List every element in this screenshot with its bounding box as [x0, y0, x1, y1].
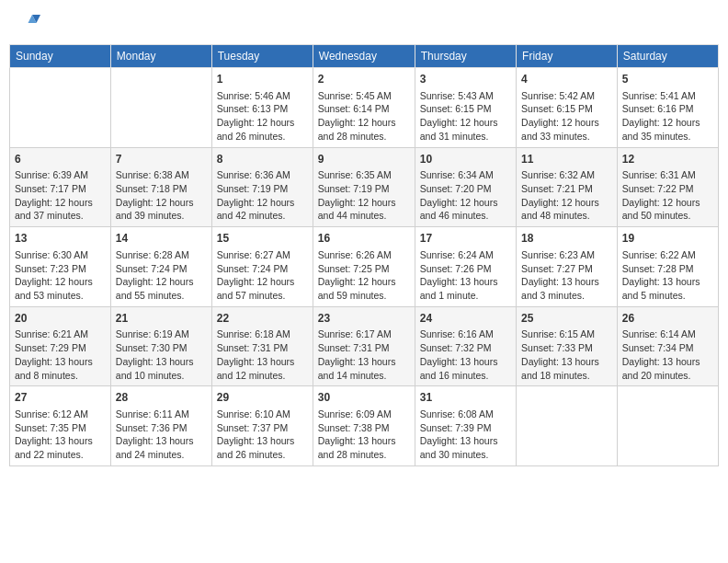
day-number: 28: [116, 390, 207, 406]
week-row-3: 13Sunrise: 6:30 AM Sunset: 7:23 PM Dayli…: [10, 227, 719, 307]
calendar-cell: 10Sunrise: 6:34 AM Sunset: 7:20 PM Dayli…: [415, 147, 516, 227]
calendar-cell: 3Sunrise: 5:43 AM Sunset: 6:15 PM Daylig…: [415, 68, 516, 148]
calendar-cell: 17Sunrise: 6:24 AM Sunset: 7:26 PM Dayli…: [415, 227, 516, 307]
header: [9, 9, 719, 37]
calendar-cell: 14Sunrise: 6:28 AM Sunset: 7:24 PM Dayli…: [110, 227, 211, 307]
calendar-cell: 8Sunrise: 6:36 AM Sunset: 7:19 PM Daylig…: [211, 147, 313, 227]
day-info: Sunrise: 6:21 AM Sunset: 7:29 PM Dayligh…: [15, 327, 106, 382]
calendar-cell: 16Sunrise: 6:26 AM Sunset: 7:25 PM Dayli…: [313, 227, 415, 307]
day-number: 24: [420, 311, 511, 327]
calendar-header-row: SundayMondayTuesdayWednesdayThursdayFrid…: [10, 45, 719, 68]
calendar-cell: 31Sunrise: 6:08 AM Sunset: 7:39 PM Dayli…: [415, 386, 516, 466]
calendar-cell: [517, 386, 618, 466]
day-number: 22: [217, 311, 308, 327]
week-row-1: 1Sunrise: 5:46 AM Sunset: 6:13 PM Daylig…: [10, 68, 719, 148]
calendar-cell: 1Sunrise: 5:46 AM Sunset: 6:13 PM Daylig…: [211, 68, 313, 148]
calendar-cell: [10, 68, 111, 148]
day-info: Sunrise: 6:23 AM Sunset: 7:27 PM Dayligh…: [521, 248, 612, 303]
calendar-cell: 2Sunrise: 5:45 AM Sunset: 6:14 PM Daylig…: [313, 68, 415, 148]
day-number: 8: [217, 152, 308, 167]
day-info: Sunrise: 6:09 AM Sunset: 7:38 PM Dayligh…: [318, 408, 410, 462]
day-info: Sunrise: 6:16 AM Sunset: 7:32 PM Dayligh…: [420, 327, 511, 382]
day-number: 16: [318, 231, 410, 247]
day-info: Sunrise: 6:24 AM Sunset: 7:26 PM Dayligh…: [420, 248, 511, 303]
day-number: 31: [420, 390, 511, 406]
calendar-cell: 11Sunrise: 6:32 AM Sunset: 7:21 PM Dayli…: [517, 147, 618, 227]
day-number: 19: [622, 231, 713, 247]
calendar-cell: 7Sunrise: 6:38 AM Sunset: 7:18 PM Daylig…: [110, 147, 211, 227]
calendar-cell: 30Sunrise: 6:09 AM Sunset: 7:38 PM Dayli…: [313, 386, 415, 466]
calendar-cell: 22Sunrise: 6:18 AM Sunset: 7:31 PM Dayli…: [211, 306, 313, 386]
calendar-cell: 27Sunrise: 6:12 AM Sunset: 7:35 PM Dayli…: [10, 386, 111, 466]
day-info: Sunrise: 5:45 AM Sunset: 6:14 PM Dayligh…: [318, 89, 410, 144]
calendar-cell: 28Sunrise: 6:11 AM Sunset: 7:36 PM Dayli…: [110, 386, 211, 466]
calendar-cell: 13Sunrise: 6:30 AM Sunset: 7:23 PM Dayli…: [10, 227, 111, 307]
calendar-cell: 24Sunrise: 6:16 AM Sunset: 7:32 PM Dayli…: [415, 306, 516, 386]
day-info: Sunrise: 6:38 AM Sunset: 7:18 PM Dayligh…: [116, 168, 207, 223]
day-info: Sunrise: 6:32 AM Sunset: 7:21 PM Dayligh…: [521, 168, 612, 223]
day-number: 9: [318, 152, 410, 167]
day-info: Sunrise: 6:15 AM Sunset: 7:33 PM Dayligh…: [521, 327, 612, 382]
day-info: Sunrise: 5:46 AM Sunset: 6:13 PM Dayligh…: [217, 89, 308, 144]
calendar-cell: [110, 68, 211, 148]
day-info: Sunrise: 5:43 AM Sunset: 6:15 PM Dayligh…: [420, 89, 511, 144]
day-info: Sunrise: 6:11 AM Sunset: 7:36 PM Dayligh…: [116, 408, 207, 462]
day-number: 30: [318, 390, 410, 406]
day-header-sunday: Sunday: [10, 45, 111, 68]
day-number: 11: [521, 152, 612, 167]
calendar-cell: 19Sunrise: 6:22 AM Sunset: 7:28 PM Dayli…: [617, 227, 718, 307]
day-number: 10: [420, 152, 511, 167]
day-header-friday: Friday: [517, 45, 618, 68]
calendar-cell: 9Sunrise: 6:35 AM Sunset: 7:19 PM Daylig…: [313, 147, 415, 227]
day-info: Sunrise: 6:36 AM Sunset: 7:19 PM Dayligh…: [217, 168, 308, 223]
week-row-2: 6Sunrise: 6:39 AM Sunset: 7:17 PM Daylig…: [10, 147, 719, 227]
day-number: 3: [420, 72, 511, 87]
day-info: Sunrise: 6:26 AM Sunset: 7:25 PM Dayligh…: [318, 248, 410, 303]
day-number: 17: [420, 231, 511, 247]
day-number: 12: [622, 152, 713, 167]
week-row-5: 27Sunrise: 6:12 AM Sunset: 7:35 PM Dayli…: [10, 386, 719, 466]
day-header-wednesday: Wednesday: [313, 45, 415, 68]
calendar-cell: 5Sunrise: 5:41 AM Sunset: 6:16 PM Daylig…: [617, 68, 718, 148]
day-number: 7: [116, 152, 207, 167]
calendar-cell: 18Sunrise: 6:23 AM Sunset: 7:27 PM Dayli…: [517, 227, 618, 307]
day-header-monday: Monday: [110, 45, 211, 68]
calendar-cell: 26Sunrise: 6:14 AM Sunset: 7:34 PM Dayli…: [617, 306, 718, 386]
calendar-cell: 25Sunrise: 6:15 AM Sunset: 7:33 PM Dayli…: [517, 306, 618, 386]
day-number: 25: [521, 311, 612, 327]
day-number: 1: [217, 72, 308, 87]
day-number: 13: [15, 231, 106, 247]
calendar-cell: 21Sunrise: 6:19 AM Sunset: 7:30 PM Dayli…: [110, 306, 211, 386]
calendar-cell: 12Sunrise: 6:31 AM Sunset: 7:22 PM Dayli…: [617, 147, 718, 227]
day-info: Sunrise: 5:41 AM Sunset: 6:16 PM Dayligh…: [622, 89, 713, 144]
day-number: 6: [15, 152, 106, 167]
day-info: Sunrise: 6:27 AM Sunset: 7:24 PM Dayligh…: [217, 248, 308, 303]
day-number: 27: [15, 390, 106, 406]
day-info: Sunrise: 6:35 AM Sunset: 7:19 PM Dayligh…: [318, 168, 410, 223]
week-row-4: 20Sunrise: 6:21 AM Sunset: 7:29 PM Dayli…: [10, 306, 719, 386]
day-info: Sunrise: 6:10 AM Sunset: 7:37 PM Dayligh…: [217, 408, 308, 462]
day-number: 2: [318, 72, 410, 87]
day-header-saturday: Saturday: [617, 45, 718, 68]
day-number: 18: [521, 231, 612, 247]
day-info: Sunrise: 6:12 AM Sunset: 7:35 PM Dayligh…: [15, 408, 106, 462]
logo: [13, 9, 44, 37]
day-number: 29: [217, 390, 308, 406]
day-header-tuesday: Tuesday: [211, 45, 313, 68]
calendar-cell: [617, 386, 718, 466]
day-number: 23: [318, 311, 410, 327]
day-info: Sunrise: 6:34 AM Sunset: 7:20 PM Dayligh…: [420, 168, 511, 223]
calendar-cell: 29Sunrise: 6:10 AM Sunset: 7:37 PM Dayli…: [211, 386, 313, 466]
logo-icon: [13, 9, 40, 37]
day-number: 4: [521, 72, 612, 87]
day-info: Sunrise: 6:08 AM Sunset: 7:39 PM Dayligh…: [420, 408, 511, 462]
day-info: Sunrise: 6:18 AM Sunset: 7:31 PM Dayligh…: [217, 327, 308, 382]
calendar-cell: 15Sunrise: 6:27 AM Sunset: 7:24 PM Dayli…: [211, 227, 313, 307]
day-info: Sunrise: 6:28 AM Sunset: 7:24 PM Dayligh…: [116, 248, 207, 303]
calendar-cell: 4Sunrise: 5:42 AM Sunset: 6:15 PM Daylig…: [517, 68, 618, 148]
day-number: 14: [116, 231, 207, 247]
calendar: SundayMondayTuesdayWednesdayThursdayFrid…: [9, 44, 719, 466]
day-info: Sunrise: 6:19 AM Sunset: 7:30 PM Dayligh…: [116, 327, 207, 382]
day-header-thursday: Thursday: [415, 45, 516, 68]
day-number: 26: [622, 311, 713, 327]
